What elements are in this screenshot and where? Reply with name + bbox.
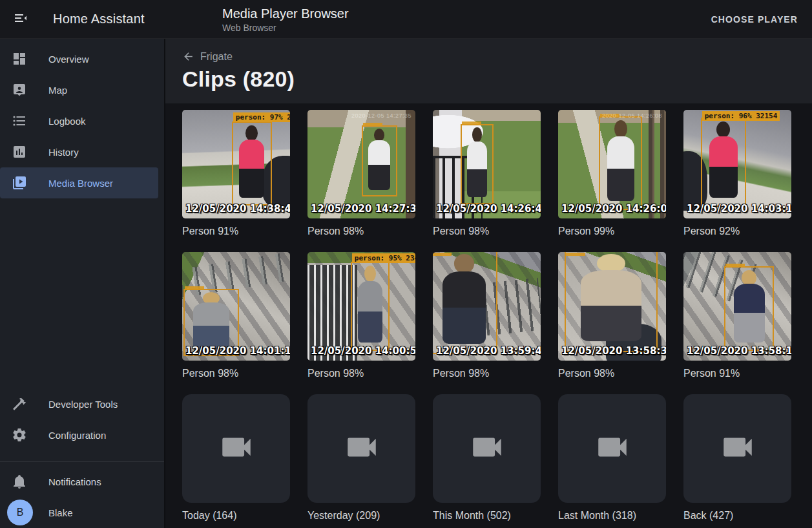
- detection-badge: [433, 253, 452, 256]
- clip-thumbnail: person: 95% 23432 12/05/2020 14:00:52: [307, 252, 415, 361]
- list-bulleted-icon: [12, 113, 27, 129]
- avatar: B: [7, 500, 33, 525]
- folder-thumbnail: [307, 394, 415, 503]
- folder-card-today[interactable]: Today (164): [182, 394, 290, 523]
- clip-card[interactable]: 12/05/2020 14:01:14 Person 98%: [182, 252, 290, 381]
- bell-icon: [12, 474, 27, 489]
- sidebar-item-notifications[interactable]: Notifications: [0, 466, 164, 497]
- view-dashboard-icon: [12, 51, 27, 67]
- detection-badge: [462, 121, 481, 125]
- clip-label: Person 98%: [307, 366, 415, 381]
- clip-label: Person 98%: [433, 224, 541, 238]
- sidebar-divider: [0, 461, 164, 462]
- detection-bbox: [701, 118, 746, 207]
- clip-thumbnail: 12/05/2020 14:01:14: [182, 252, 290, 361]
- choose-player-button[interactable]: CHOOSE PLAYER: [711, 14, 798, 25]
- person-figure: [191, 292, 232, 353]
- folder-card-this-month[interactable]: This Month (502): [433, 394, 541, 523]
- page-title: Media Player Browser: [222, 5, 349, 22]
- clip-timestamp: 12/05/2020 14:26:07: [561, 203, 666, 215]
- media-grid-area: person: 97% 29988 12/05/2020 14:38:47 Pe…: [165, 103, 812, 528]
- sidebar-item-history[interactable]: History: [0, 136, 164, 167]
- page-title-block: Media Player Browser Web Browser: [222, 5, 349, 34]
- person-figure: [577, 254, 645, 348]
- clip-card[interactable]: person: 95% 23432 12/05/2020 14:00:52 Pe…: [307, 252, 415, 381]
- video-icon: [343, 428, 380, 469]
- sidebar-item-overview[interactable]: Overview: [0, 43, 164, 74]
- account-location-icon: [12, 82, 27, 98]
- camera-osd-timestamp: 2020-12-05 14:27:35: [351, 112, 411, 119]
- detection-bbox: [724, 266, 774, 351]
- clip-timestamp: 12/05/2020 13:58:30: [561, 345, 666, 357]
- clip-thumbnail: 12/05/2020 13:58:30: [558, 252, 666, 361]
- clip-timestamp: 12/05/2020 14:27:35: [311, 203, 415, 215]
- clip-timestamp: 12/05/2020 14:03:17: [687, 203, 791, 215]
- folder-label: Back (427): [683, 509, 791, 523]
- menu-open-icon: [13, 10, 28, 28]
- clip-timestamp: 12/05/2020 14:00:52: [311, 345, 415, 357]
- clip-thumbnail: 12/05/2020 14:26:48: [433, 110, 541, 218]
- folder-card-last-month[interactable]: Last Month (318): [558, 394, 666, 523]
- person-figure: [238, 125, 266, 202]
- detection-bbox: [232, 121, 272, 205]
- sidebar-toggle-button[interactable]: [5, 4, 36, 35]
- clip-thumbnail: 2020-12-05 14:27:35 12/05/2020 14:27:35: [307, 110, 415, 218]
- chart-box-icon: [12, 144, 27, 160]
- sidebar-item-label: Notifications: [48, 476, 101, 487]
- gear-icon: [12, 427, 27, 443]
- folder-thumbnail: [683, 394, 791, 503]
- clip-card[interactable]: person: 97% 29988 12/05/2020 14:38:47 Pe…: [182, 110, 290, 238]
- main-content: Frigate Clips (820) person: 97% 29988 12…: [165, 39, 812, 528]
- sidebar-item-developer-tools[interactable]: Developer Tools: [0, 388, 164, 419]
- person-figure: [466, 127, 488, 200]
- folder-card-back[interactable]: Back (427): [683, 394, 791, 523]
- arrow-left-icon: [182, 50, 194, 63]
- page-subtitle: Web Browser: [222, 22, 349, 34]
- hammer-icon: [12, 396, 27, 412]
- clip-thumbnail: person: 96% 32154 12/05/2020 14:03:17: [683, 110, 791, 218]
- folder-card-yesterday[interactable]: Yesterday (209): [307, 394, 415, 523]
- video-icon: [594, 428, 631, 469]
- person-figure: [707, 121, 740, 203]
- sidebar-item-map[interactable]: Map: [0, 74, 164, 105]
- detection-badge: person: 96% 32154: [702, 111, 780, 121]
- sidebar-item-label: Developer Tools: [48, 399, 118, 410]
- clip-timestamp: 12/05/2020 13:59:49: [436, 345, 541, 357]
- clip-card[interactable]: 12/05/2020 13:59:49 Person 98%: [433, 252, 541, 381]
- clip-thumbnail: 12/05/2020 13:58:17: [683, 252, 791, 361]
- clip-card[interactable]: 2020-12-05 14:27:35 12/05/2020 14:27:35 …: [307, 110, 415, 238]
- detection-bbox: [599, 116, 642, 209]
- person-figure: [731, 270, 767, 347]
- person-figure: [440, 254, 489, 350]
- breadcrumb[interactable]: Frigate: [182, 50, 233, 63]
- sidebar: Overview Map Logbook History Media Brows…: [0, 39, 165, 528]
- clip-thumbnail: 12/05/2020 13:59:49: [433, 252, 541, 361]
- scene-prop: [649, 110, 666, 218]
- user-name-label: Blake: [48, 507, 73, 518]
- clip-thumbnail: 2020-12-05 14:26:08 12/05/2020 14:26:07: [558, 110, 666, 218]
- clip-card[interactable]: 12/05/2020 13:58:17 Person 91%: [683, 252, 791, 381]
- sidebar-item-label: Overview: [48, 54, 89, 65]
- folder-thumbnail: [558, 394, 666, 503]
- sidebar-item-logbook[interactable]: Logbook: [0, 105, 164, 136]
- folder-label: Yesterday (209): [307, 509, 415, 523]
- sidebar-item-media-browser[interactable]: Media Browser: [0, 167, 158, 198]
- clip-label: Person 98%: [558, 366, 666, 381]
- clip-card[interactable]: 2020-12-05 14:26:08 12/05/2020 14:26:07 …: [558, 110, 666, 238]
- clip-timestamp: 12/05/2020 13:58:17: [687, 345, 791, 357]
- clip-timestamp: 12/05/2020 14:26:48: [436, 203, 541, 215]
- detection-bbox: [362, 125, 397, 197]
- sidebar-item-configuration[interactable]: Configuration: [0, 419, 164, 450]
- clip-card[interactable]: 12/05/2020 14:26:48 Person 98%: [433, 110, 541, 238]
- person-figure: [357, 266, 384, 347]
- video-icon: [719, 428, 756, 469]
- clip-card[interactable]: 12/05/2020 13:58:30 Person 98%: [558, 252, 666, 381]
- detection-bbox: [461, 124, 493, 204]
- clip-label: Person 91%: [683, 366, 791, 381]
- sidebar-item-user-profile[interactable]: B Blake: [0, 497, 164, 528]
- clip-label: Person 91%: [182, 224, 290, 238]
- clip-card[interactable]: person: 96% 32154 12/05/2020 14:03:17 Pe…: [683, 110, 791, 238]
- clip-label: Person 98%: [182, 366, 290, 381]
- top-app-bar: Home Assistant Media Player Browser Web …: [0, 0, 812, 39]
- detection-bbox: [565, 252, 658, 352]
